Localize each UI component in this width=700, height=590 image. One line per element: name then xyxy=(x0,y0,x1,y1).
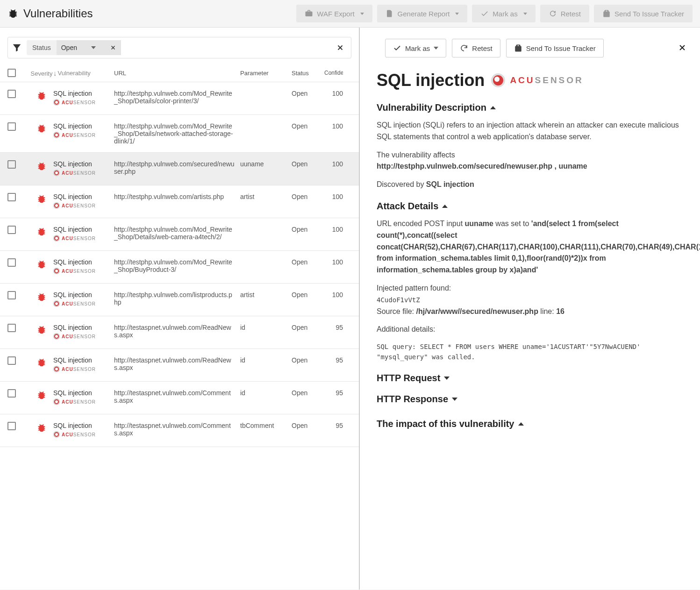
section-impact[interactable]: The impact of this vulnerability xyxy=(377,419,683,429)
acusensor-icon xyxy=(53,202,60,209)
acusensor-icon xyxy=(53,99,60,106)
severity-icon xyxy=(30,122,53,134)
column-url[interactable]: URL xyxy=(114,70,240,77)
acusensor-badge: ACUSENSOR xyxy=(53,235,96,242)
refresh-icon xyxy=(549,9,557,18)
acusensor-badge: ACUSENSOR xyxy=(53,170,96,176)
table-row[interactable]: SQL injectionACUSENSORhttp://testaspnet.… xyxy=(0,349,359,382)
chevron-up-icon xyxy=(518,422,524,426)
clipboard-icon xyxy=(514,44,522,52)
mark-as-button[interactable]: Mark as xyxy=(385,39,446,57)
additional-details-label: Additional details: xyxy=(377,324,683,335)
table-row[interactable]: SQL injectionACUSENSORhttp://testphp.vul… xyxy=(0,153,359,185)
vuln-name: SQL injection xyxy=(53,90,110,97)
generate-report-button[interactable]: Generate Report xyxy=(377,5,468,22)
close-detail-button[interactable] xyxy=(678,43,687,54)
table-row[interactable]: SQL injectionACUSENSORhttp://testphp.vul… xyxy=(0,218,359,251)
acusensor-icon xyxy=(53,235,60,242)
row-checkbox[interactable] xyxy=(7,226,16,234)
retest-button-top[interactable]: Retest xyxy=(540,5,589,22)
severity-icon xyxy=(30,356,53,368)
section-attack-details[interactable]: Attack Details xyxy=(377,201,683,212)
vuln-parameter: id xyxy=(240,324,292,331)
acusensor-icon xyxy=(53,431,60,438)
table-row[interactable]: SQL injectionACUSENSORhttp://testphp.vul… xyxy=(0,82,359,115)
vuln-name: SQL injection xyxy=(53,226,110,233)
table-row[interactable]: SQL injectionACUSENSORhttp://testphp.vul… xyxy=(0,284,359,316)
retest-button[interactable]: Retest xyxy=(452,39,500,57)
table-row[interactable]: SQL injectionACUSENSORhttp://testaspnet.… xyxy=(0,382,359,414)
acusensor-badge: ACUSENSOR xyxy=(53,99,96,106)
vuln-status: Open xyxy=(292,324,324,331)
mark-as-button-top[interactable]: Mark as xyxy=(472,5,535,22)
acusensor-badge: ACUSENSOR xyxy=(53,300,96,307)
row-checkbox[interactable] xyxy=(7,90,16,98)
row-checkbox[interactable] xyxy=(7,160,16,169)
filter-chip-status[interactable]: Status Open xyxy=(27,40,121,55)
waf-export-button[interactable]: WAF Export xyxy=(296,5,372,22)
row-checkbox[interactable] xyxy=(7,389,16,398)
discovered-text: Discovered by SQL injection xyxy=(377,179,683,191)
select-all-checkbox[interactable] xyxy=(7,69,16,77)
row-checkbox[interactable] xyxy=(7,291,16,299)
filter-chip-value[interactable]: Open xyxy=(57,40,121,55)
chevron-down-icon xyxy=(452,398,457,401)
column-severity[interactable]: Severity xyxy=(30,69,53,77)
detail-actions: Mark as Retest Send To Issue Tracker xyxy=(360,28,700,65)
section-http-response[interactable]: HTTP Response xyxy=(377,394,683,405)
section-vuln-description[interactable]: Vulnerability Description xyxy=(377,102,683,113)
severity-icon xyxy=(30,226,53,237)
vuln-confidence: 95 xyxy=(324,389,343,397)
filter-icon[interactable] xyxy=(12,43,22,53)
column-confidence[interactable]: Confidence xyxy=(324,70,343,76)
acusensor-icon xyxy=(53,268,60,274)
section-http-request[interactable]: HTTP Request xyxy=(377,373,683,384)
briefcase-icon xyxy=(305,9,313,18)
clear-filters-icon[interactable] xyxy=(336,43,344,52)
vuln-parameter: id xyxy=(240,389,292,397)
check-icon xyxy=(480,9,489,18)
row-checkbox[interactable] xyxy=(7,324,16,332)
vulnerability-list-pane: Status Open Severity ↓Vulnerability URL … xyxy=(0,28,360,590)
vuln-url: http://testphp.vulnweb.com/artists.php xyxy=(114,193,240,200)
additional-details-code: SQL query: SELECT * FROM users WHERE una… xyxy=(377,342,683,362)
vuln-url: http://testphp.vulnweb.com/Mod_Rewrite_S… xyxy=(114,258,240,273)
table-row[interactable]: SQL injectionACUSENSORhttp://testphp.vul… xyxy=(0,251,359,284)
send-tracker-button-top[interactable]: Send To Issue Tracker xyxy=(594,5,693,22)
row-checkbox[interactable] xyxy=(7,193,16,201)
column-parameter[interactable]: Parameter xyxy=(240,70,292,77)
vuln-name: SQL injection xyxy=(53,122,110,130)
table-row[interactable]: SQL injectionACUSENSORhttp://testphp.vul… xyxy=(0,185,359,218)
vuln-parameter: artist xyxy=(240,193,292,200)
injected-pattern: Injected pattern found: 4CudoF1vVtZ Sour… xyxy=(377,283,683,317)
vuln-confidence: 100 xyxy=(324,122,343,130)
table-row[interactable]: SQL injectionACUSENSORhttp://testphp.vul… xyxy=(0,115,359,153)
page-title: Vulnerabilities xyxy=(7,7,93,20)
vuln-parameter: uuname xyxy=(240,160,292,168)
vuln-url: http://testaspnet.vulnweb.com/Comments.a… xyxy=(114,422,240,437)
severity-icon xyxy=(30,422,53,433)
acusensor-badge: ACUSENSOR xyxy=(53,202,96,209)
column-vulnerability[interactable]: ↓Vulnerability xyxy=(53,69,114,77)
check-icon xyxy=(393,44,401,52)
severity-icon xyxy=(30,160,53,171)
table-row[interactable]: SQL injectionACUSENSORhttp://testaspnet.… xyxy=(0,414,359,447)
row-checkbox[interactable] xyxy=(7,122,16,131)
grid-header: Severity ↓Vulnerability URL Parameter St… xyxy=(0,64,359,82)
acusensor-icon xyxy=(53,333,60,340)
vuln-url: http://testphp.vulnweb.com/Mod_Rewrite_S… xyxy=(114,122,240,145)
refresh-icon xyxy=(460,44,468,52)
vuln-status: Open xyxy=(292,122,324,130)
column-status[interactable]: Status xyxy=(292,70,324,77)
table-row[interactable]: SQL injectionACUSENSORhttp://testaspnet.… xyxy=(0,316,359,349)
topbar: Vulnerabilities WAF Export Generate Repo… xyxy=(0,0,700,28)
row-checkbox[interactable] xyxy=(7,258,16,267)
send-tracker-button[interactable]: Send To Issue Tracker xyxy=(506,39,604,57)
close-icon[interactable] xyxy=(110,44,116,51)
acusensor-icon xyxy=(53,366,60,372)
acusensor-icon xyxy=(53,300,60,307)
filter-bar: Status Open xyxy=(7,37,351,58)
acusensor-badge: ACUSENSOR xyxy=(53,366,96,372)
row-checkbox[interactable] xyxy=(7,422,16,430)
row-checkbox[interactable] xyxy=(7,356,16,365)
